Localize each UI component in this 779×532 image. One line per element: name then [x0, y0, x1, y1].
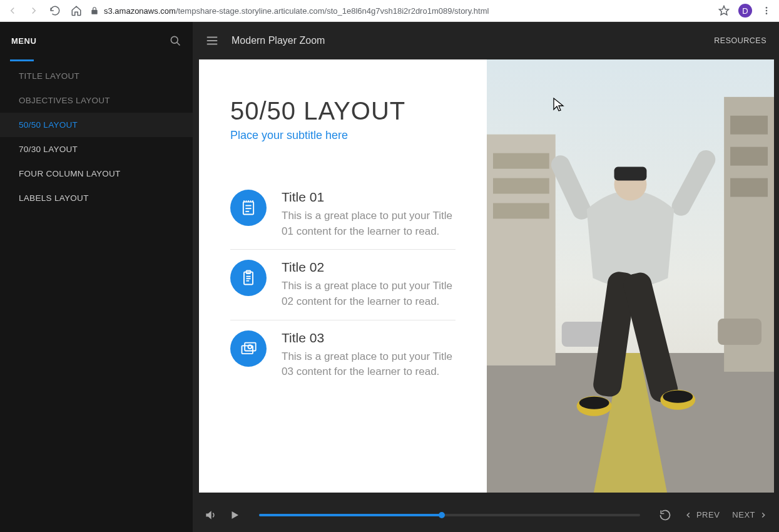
- seek-bar[interactable]: [259, 514, 640, 516]
- player-controls: PREV NEXT: [193, 498, 779, 532]
- svg-point-3: [766, 13, 768, 14]
- home-button[interactable]: [69, 3, 84, 18]
- notepad-icon: [230, 190, 267, 226]
- item-title: Title 02: [282, 260, 456, 275]
- slide-text-column: 50/50 LAYOUT Place your subtitle here Ti…: [199, 59, 487, 493]
- item-body: Title 02 This is a great place to put yo…: [282, 260, 456, 309]
- svg-rect-29: [487, 135, 556, 366]
- player-topbar: Modern Player Zoom RESOURCES: [193, 22, 779, 59]
- sidebar: MENU TITLE LAYOUT OBJECTIVES LAYOUT 50/5…: [0, 22, 193, 532]
- sidebar-item-objectives-layout[interactable]: OBJECTIVES LAYOUT: [0, 88, 193, 113]
- play-button[interactable]: [229, 509, 240, 521]
- lock-icon: [90, 6, 99, 15]
- browser-menu-icon[interactable]: [759, 3, 774, 18]
- svg-point-25: [248, 345, 252, 349]
- app-container: MENU TITLE LAYOUT OBJECTIVES LAYOUT 50/5…: [0, 22, 779, 532]
- slide: 50/50 LAYOUT Place your subtitle here Ti…: [199, 59, 774, 493]
- sidebar-item-labels-layout[interactable]: LABELS LAYOUT: [0, 186, 193, 210]
- item-body: Title 01 This is a great place to put yo…: [282, 190, 456, 239]
- slide-photo: [487, 59, 774, 493]
- search-icon[interactable]: [169, 34, 181, 47]
- slide-title: 50/50 LAYOUT: [230, 97, 456, 125]
- menu-list: TITLE LAYOUT OBJECTIVES LAYOUT 50/50 LAY…: [0, 64, 193, 210]
- volume-button[interactable]: [204, 509, 216, 521]
- svg-rect-24: [245, 342, 256, 350]
- svg-marker-0: [720, 6, 729, 15]
- content-item-3: Title 03 This is a great place to put yo…: [230, 320, 456, 390]
- svg-point-2: [766, 10, 768, 12]
- svg-rect-35: [730, 147, 768, 166]
- forward-button[interactable]: [26, 3, 41, 18]
- item-body: Title 03 This is a great place to put yo…: [282, 330, 456, 380]
- item-title: Title 03: [282, 330, 456, 345]
- svg-rect-32: [493, 203, 549, 218]
- sidebar-title: MENU: [11, 36, 36, 46]
- hamburger-icon[interactable]: [205, 34, 219, 48]
- content-item-2: Title 02 This is a great place to put yo…: [230, 249, 456, 319]
- course-title: Modern Player Zoom: [232, 35, 714, 46]
- main-panel: Modern Player Zoom RESOURCES 50/50 LAYOU…: [193, 22, 779, 532]
- svg-rect-34: [730, 116, 768, 135]
- svg-point-1: [766, 7, 768, 9]
- svg-rect-37: [562, 322, 606, 347]
- slide-image-column: [487, 59, 774, 493]
- svg-rect-30: [493, 153, 549, 169]
- svg-line-5: [177, 43, 180, 46]
- svg-point-4: [171, 36, 178, 43]
- prev-label: PREV: [696, 510, 720, 519]
- svg-marker-49: [232, 511, 239, 519]
- photos-icon: [230, 330, 267, 367]
- next-label: NEXT: [732, 510, 755, 519]
- sidebar-item-5050-layout[interactable]: 50/50 LAYOUT: [0, 113, 193, 137]
- resources-link[interactable]: RESOURCES: [714, 36, 766, 45]
- prev-button[interactable]: PREV: [684, 510, 720, 519]
- svg-rect-38: [718, 319, 761, 345]
- svg-rect-42: [614, 167, 647, 181]
- svg-rect-31: [493, 178, 549, 194]
- profile-avatar[interactable]: D: [738, 3, 753, 18]
- mouse-cursor-icon: [552, 97, 565, 112]
- sidebar-item-7030-layout[interactable]: 70/30 LAYOUT: [0, 137, 193, 161]
- item-title: Title 01: [282, 190, 456, 205]
- sidebar-header: MENU: [0, 22, 193, 59]
- svg-point-47: [579, 397, 609, 409]
- slide-area: 50/50 LAYOUT Place your subtitle here Ti…: [193, 59, 779, 498]
- svg-point-48: [663, 391, 693, 403]
- bookmark-star-icon[interactable]: [716, 3, 731, 18]
- browser-toolbar: s3.amazonaws.com/tempshare-stage.storyli…: [0, 0, 779, 22]
- slide-subtitle: Place your subtitle here: [230, 129, 456, 142]
- svg-rect-36: [730, 178, 768, 197]
- content-item-1: Title 01 This is a great place to put yo…: [230, 180, 456, 249]
- address-bar[interactable]: s3.amazonaws.com/tempshare-stage.storyli…: [90, 6, 710, 16]
- item-description: This is a great place to put your Title …: [282, 208, 456, 239]
- reload-button[interactable]: [48, 3, 63, 18]
- next-button[interactable]: NEXT: [732, 510, 768, 519]
- url-text: s3.amazonaws.com/tempshare-stage.storyli…: [104, 6, 489, 16]
- clipboard-icon: [230, 260, 267, 296]
- content-items: Title 01 This is a great place to put yo…: [230, 180, 456, 390]
- seek-handle[interactable]: [439, 512, 445, 518]
- sidebar-item-four-column-layout[interactable]: FOUR COLUMN LAYOUT: [0, 161, 193, 186]
- item-description: This is a great place to put your Title …: [282, 349, 456, 380]
- seek-progress: [259, 514, 442, 516]
- item-description: This is a great place to put your Title …: [282, 279, 456, 309]
- sidebar-item-title-layout[interactable]: TITLE LAYOUT: [0, 64, 193, 88]
- back-button[interactable]: [5, 3, 20, 18]
- profile-letter: D: [738, 4, 752, 18]
- replay-button[interactable]: [659, 509, 671, 521]
- active-tab-indicator: [10, 59, 34, 61]
